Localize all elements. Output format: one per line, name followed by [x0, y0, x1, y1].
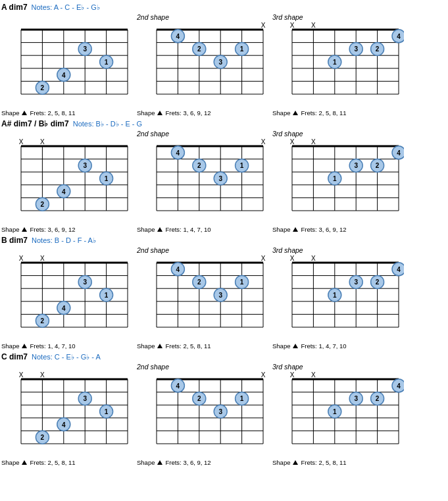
fret-info: ShapeFrets: 2, 5, 8, 11 [272, 459, 347, 466]
shape-block-1: 2nd shapeX1324ShapeFrets: 1, 4, 7, 10 [137, 129, 268, 233]
fret-info: ShapeFrets: 1, 4, 7, 10 [1, 342, 76, 350]
diagram: X1324 [137, 255, 268, 342]
svg-text:2: 2 [197, 278, 201, 286]
shapes-row: XX1342ShapeFrets: 1, 4, 7, 102nd shapeX1… [1, 246, 447, 350]
fret-text: Frets: 2, 5, 8, 11 [165, 342, 211, 350]
svg-text:4: 4 [62, 72, 66, 79]
up-arrow-icon [293, 227, 298, 232]
shapes-row: 1342ShapeFrets: 2, 5, 8, 112nd shapeX132… [1, 13, 447, 117]
chord-name: A# dim7 / B♭ dim7 [1, 119, 69, 128]
shape-block-2: 3rd shapeXX4231ShapeFrets: 2, 5, 8, 11 [272, 13, 404, 117]
shape-num-label: 3rd shape [272, 13, 303, 22]
chord-title-row: A# dim7 / B♭ dim7Notes: B♭ - D♭ - E - G [1, 119, 447, 128]
fret-info: ShapeFrets: 2, 5, 8, 11 [1, 459, 76, 466]
svg-text:1: 1 [105, 59, 109, 66]
diagram: X1324 [137, 371, 268, 458]
up-arrow-icon [293, 344, 298, 348]
shape-block-2: 3rd shapeXX4231ShapeFrets: 3, 6, 9, 12 [272, 129, 404, 233]
svg-text:X: X [311, 22, 316, 29]
shape-block-0: XX1342ShapeFrets: 2, 5, 8, 11 [1, 362, 133, 466]
svg-text:X: X [261, 371, 266, 379]
chord-row-c-dim7: C dim7Notes: C - E♭ - G♭ - AXX1342ShapeF… [1, 352, 447, 466]
up-arrow-icon [22, 344, 27, 348]
svg-text:2: 2 [376, 162, 380, 169]
chord-notes: Notes: C - E♭ - G♭ - A [32, 353, 101, 361]
shape-block-1: 2nd shapeX1324ShapeFrets: 2, 5, 8, 11 [137, 246, 268, 350]
svg-text:3: 3 [218, 408, 222, 415]
svg-text:2: 2 [41, 434, 45, 441]
chord-name: C dim7 [1, 352, 28, 361]
svg-text:4: 4 [62, 188, 66, 196]
svg-text:1: 1 [105, 175, 109, 182]
fret-info: ShapeFrets: 2, 5, 8, 11 [272, 109, 347, 117]
chord-notes: Notes: A - C - E♭ - G♭ [32, 3, 100, 12]
diagram: 1342 [1, 22, 133, 109]
svg-text:2: 2 [41, 317, 45, 325]
diagram: X1324 [137, 138, 268, 225]
svg-text:X: X [311, 138, 316, 145]
fret-info: ShapeFrets: 2, 5, 8, 11 [137, 342, 211, 350]
svg-text:X: X [290, 255, 295, 262]
shape-num-label: 3rd shape [272, 246, 303, 255]
svg-text:X: X [261, 22, 266, 29]
svg-text:1: 1 [240, 278, 244, 286]
fret-text: Frets: 3, 6, 9, 12 [30, 226, 75, 233]
svg-text:2: 2 [41, 201, 45, 208]
shape-block-2: 3rd shapeXX4231ShapeFrets: 1, 4, 7, 10 [272, 246, 404, 350]
page: A dim7Notes: A - C - E♭ - G♭1342ShapeFre… [0, 0, 448, 471]
svg-text:2: 2 [376, 278, 380, 286]
up-arrow-icon [157, 460, 162, 465]
svg-text:X: X [19, 138, 24, 145]
chord-name: A dim7 [1, 3, 28, 12]
chord-row-b-dim7: B dim7Notes: B - D - F - A♭XX1342ShapeFr… [1, 236, 447, 350]
svg-text:4: 4 [176, 149, 180, 157]
svg-text:X: X [261, 255, 266, 262]
svg-text:3: 3 [354, 45, 358, 53]
fret-text: Frets: 1, 4, 7, 10 [30, 342, 75, 350]
svg-text:X: X [290, 138, 295, 145]
shape-word: Shape [137, 109, 155, 117]
shape-word: Shape [272, 459, 290, 466]
svg-text:3: 3 [218, 175, 222, 182]
shape-word: Shape [272, 342, 290, 350]
fret-text: Frets: 2, 5, 8, 11 [30, 109, 75, 117]
shape-word: Shape [272, 109, 290, 117]
fret-text: Frets: 1, 4, 7, 10 [301, 342, 346, 350]
up-arrow-icon [157, 227, 162, 232]
svg-text:4: 4 [397, 382, 401, 390]
diagram: XX1342 [1, 138, 133, 225]
fret-info: ShapeFrets: 1, 4, 7, 10 [137, 226, 211, 233]
fret-info: ShapeFrets: 3, 6, 9, 12 [272, 226, 347, 233]
up-arrow-icon [293, 111, 298, 115]
fret-text: Frets: 1, 4, 7, 10 [165, 226, 211, 233]
shape-block-2: 3rd shapeXX4231ShapeFrets: 2, 5, 8, 11 [272, 362, 404, 466]
svg-text:1: 1 [240, 162, 244, 169]
shape-block-1: 2nd shapeX1324ShapeFrets: 3, 6, 9, 12 [137, 362, 268, 466]
shape-word: Shape [1, 459, 19, 466]
svg-text:1: 1 [333, 408, 337, 415]
diagram: XX1342 [1, 255, 133, 342]
shape-block-1: 2nd shapeX1324ShapeFrets: 3, 6, 9, 12 [137, 13, 268, 117]
svg-text:1: 1 [105, 408, 109, 415]
up-arrow-icon [293, 460, 298, 465]
fret-info: ShapeFrets: 3, 6, 9, 12 [137, 109, 211, 117]
shape-word: Shape [1, 342, 19, 350]
chord-notes: Notes: B - D - F - A♭ [32, 236, 96, 245]
fret-text: Frets: 2, 5, 8, 11 [301, 109, 346, 117]
chord-row-as-dim7: A# dim7 / B♭ dim7Notes: B♭ - D♭ - E - GX… [1, 119, 447, 233]
svg-text:3: 3 [83, 278, 87, 286]
svg-text:3: 3 [354, 162, 358, 169]
svg-text:3: 3 [354, 278, 358, 286]
svg-text:1: 1 [333, 59, 337, 66]
fret-info: ShapeFrets: 3, 6, 9, 12 [1, 226, 76, 233]
svg-text:1: 1 [240, 395, 244, 402]
svg-text:X: X [19, 371, 24, 379]
shape-num-label: 3rd shape [272, 362, 303, 371]
svg-text:3: 3 [83, 45, 87, 53]
diagram: XX1342 [1, 371, 133, 458]
svg-text:1: 1 [333, 292, 337, 299]
chord-row-a-dim7: A dim7Notes: A - C - E♭ - G♭1342ShapeFre… [1, 3, 447, 117]
shape-block-0: XX1342ShapeFrets: 1, 4, 7, 10 [1, 246, 133, 350]
shape-block-0: XX1342ShapeFrets: 3, 6, 9, 12 [1, 129, 133, 233]
shape-word: Shape [137, 226, 155, 233]
